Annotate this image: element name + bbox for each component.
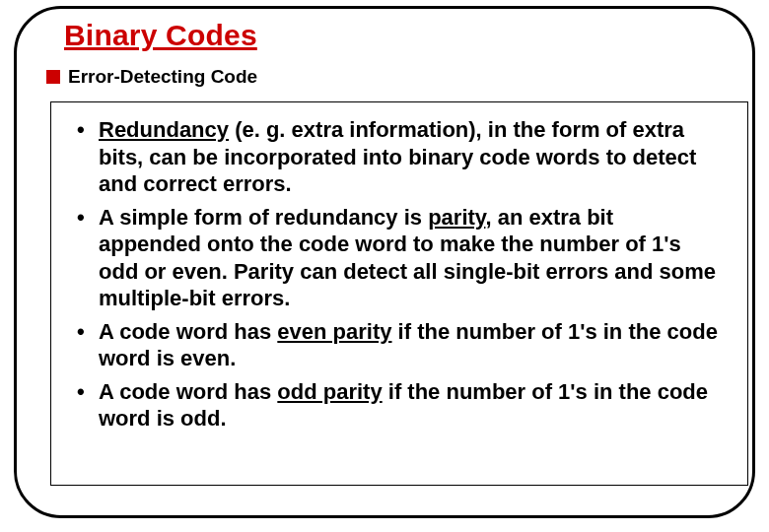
underlined-term: Redundancy bbox=[99, 117, 229, 142]
underlined-term: parity bbox=[428, 205, 485, 230]
slide-subtitle: Error-Detecting Code bbox=[68, 66, 257, 88]
underlined-term: odd parity bbox=[277, 379, 382, 404]
list-item: A code word has odd parity if the number… bbox=[75, 378, 720, 432]
content-box: Redundancy (e. g. extra information), in… bbox=[50, 101, 748, 486]
bullet-text: A code word has bbox=[99, 379, 277, 404]
bullet-square-icon bbox=[46, 70, 60, 84]
bullet-text: A simple form of redundancy is bbox=[99, 205, 428, 230]
underlined-term: even parity bbox=[277, 319, 391, 344]
subtitle-row: Error-Detecting Code bbox=[46, 66, 257, 88]
list-item: A simple form of redundancy is parity, a… bbox=[75, 204, 720, 312]
list-item: Redundancy (e. g. extra information), in… bbox=[75, 116, 720, 198]
slide-title: Binary Codes bbox=[64, 19, 257, 52]
bullet-text: A code word has bbox=[99, 319, 277, 344]
slide-frame: Binary Codes Error-Detecting Code Redund… bbox=[14, 6, 755, 518]
list-item: A code word has even parity if the numbe… bbox=[75, 318, 720, 372]
bullet-list: Redundancy (e. g. extra information), in… bbox=[75, 116, 720, 432]
